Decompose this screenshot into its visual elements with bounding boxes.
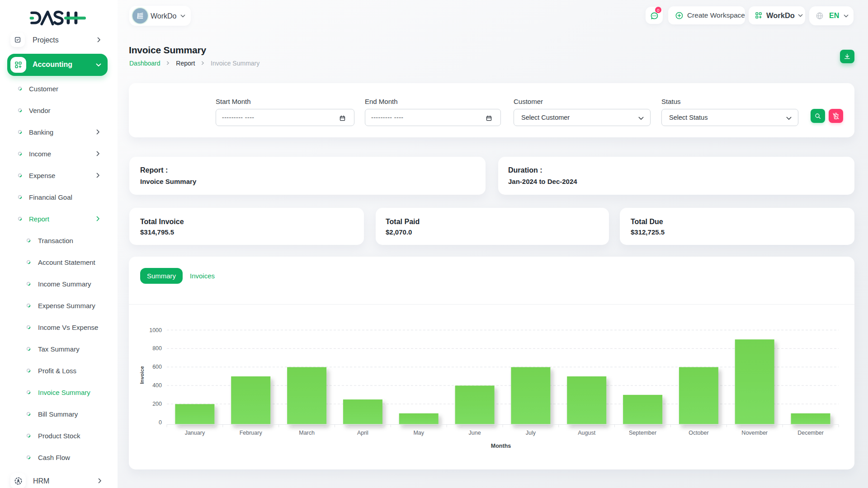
svg-text:May: May xyxy=(413,430,424,436)
svg-text:April: April xyxy=(357,430,368,436)
svg-text:600: 600 xyxy=(152,364,162,370)
svg-text:October: October xyxy=(689,430,708,436)
svg-text:400: 400 xyxy=(152,382,162,389)
svg-text:March: March xyxy=(299,430,315,436)
svg-text:1000: 1000 xyxy=(149,327,162,333)
svg-text:Months: Months xyxy=(491,443,511,449)
svg-text:July: July xyxy=(526,430,536,436)
svg-text:February: February xyxy=(240,430,263,436)
svg-text:November: November xyxy=(741,430,768,436)
svg-text:0: 0 xyxy=(159,419,162,426)
svg-text:January: January xyxy=(185,430,205,436)
svg-text:August: August xyxy=(578,430,595,436)
svg-text:800: 800 xyxy=(152,345,162,352)
svg-text:June: June xyxy=(469,430,481,436)
svg-text:200: 200 xyxy=(152,401,162,407)
svg-text:September: September xyxy=(629,430,656,436)
svg-text:December: December xyxy=(797,430,824,436)
svg-text:Invoice: Invoice xyxy=(139,366,145,384)
